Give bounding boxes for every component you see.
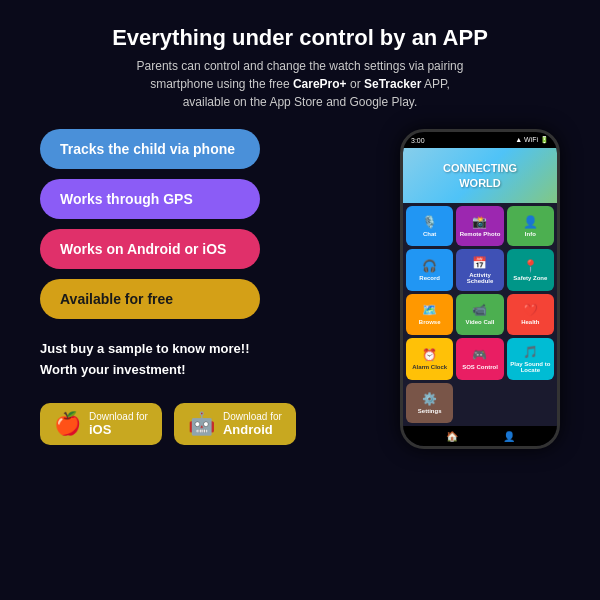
- alarm-icon: ⏰: [422, 348, 437, 362]
- tile-safety-zone[interactable]: 📍 Safety Zone: [507, 249, 554, 291]
- tile-health[interactable]: ❤️ Health: [507, 294, 554, 334]
- status-time: 3:00: [411, 137, 425, 144]
- feature-badge-tracks: Tracks the child via phone: [40, 129, 260, 169]
- phone-mockup: 3:00 ▲ WiFi 🔋 CONNECTING WORLD 🎙️ Chat: [400, 129, 560, 449]
- settings-icon: ⚙️: [422, 392, 437, 406]
- tile-alarm[interactable]: ⏰ Alarm Clock: [406, 338, 453, 380]
- feature-badge-android-ios: Works on Android or iOS: [40, 229, 260, 269]
- tile-sos[interactable]: 🎮 SOS Control: [456, 338, 503, 380]
- camera-icon: 📸: [472, 215, 487, 229]
- tile-info[interactable]: 👤 Info: [507, 206, 554, 246]
- tile-schedule[interactable]: 📅 Activity Schedule: [456, 249, 503, 291]
- phone-screen: 3:00 ▲ WiFi 🔋 CONNECTING WORLD 🎙️ Chat: [403, 132, 557, 446]
- location-icon: 📍: [523, 259, 538, 273]
- android-btn-text: Download for Android: [223, 411, 282, 437]
- cta-text: Just buy a sample to know more!! Worth y…: [40, 339, 380, 381]
- tile-video-call[interactable]: 📹 Video Call: [456, 294, 503, 334]
- tile-settings[interactable]: ⚙️ Settings: [406, 383, 453, 423]
- tile-record[interactable]: 🎧 Record: [406, 249, 453, 291]
- download-ios-button[interactable]: 🍎 Download for iOS: [40, 403, 162, 445]
- app-grid: 🎙️ Chat 📸 Remote Photo 👤 Info 🎧 Record: [403, 203, 557, 426]
- phone-app-header: CONNECTING WORLD: [403, 148, 557, 203]
- calendar-icon: 📅: [472, 256, 487, 270]
- subtitle: Parents can control and change the watch…: [40, 57, 560, 111]
- brand1: CarePro+: [293, 77, 347, 91]
- brand2: SeTracker: [364, 77, 421, 91]
- health-icon: ❤️: [523, 303, 538, 317]
- user-icon: 👤: [523, 215, 538, 229]
- sos-icon: 🎮: [472, 348, 487, 362]
- main-container: Everything under control by an APP Paren…: [20, 15, 580, 585]
- status-bar: 3:00 ▲ WiFi 🔋: [403, 132, 557, 148]
- video-icon: 📹: [472, 303, 487, 317]
- android-icon: 🤖: [188, 411, 215, 437]
- sound-icon: 🎵: [523, 345, 538, 359]
- phone-bottom-nav: 🏠 👤: [403, 426, 557, 446]
- browse-icon: 🗺️: [422, 303, 437, 317]
- profile-icon: 👤: [503, 431, 515, 442]
- download-android-button[interactable]: 🤖 Download for Android: [174, 403, 296, 445]
- home-icon: 🏠: [446, 431, 458, 442]
- apple-icon: 🍎: [54, 411, 81, 437]
- mic-icon: 🎧: [422, 259, 437, 273]
- left-panel: Tracks the child via phone Works through…: [40, 129, 380, 449]
- tile-browse[interactable]: 🗺️ Browse: [406, 294, 453, 334]
- tile-play-sound[interactable]: 🎵 Play Sound to Locate: [507, 338, 554, 380]
- subtitle-text: Parents can control and change the watch…: [137, 59, 464, 109]
- download-buttons: 🍎 Download for iOS 🤖 Download for Androi…: [40, 403, 380, 445]
- feature-badge-free: Available for free: [40, 279, 260, 319]
- ios-btn-text: Download for iOS: [89, 411, 148, 437]
- chat-icon: 🎙️: [422, 215, 437, 229]
- content-section: Tracks the child via phone Works through…: [40, 129, 560, 449]
- app-title: CONNECTING WORLD: [443, 161, 517, 190]
- tile-chat[interactable]: 🎙️ Chat: [406, 206, 453, 246]
- feature-badge-gps: Works through GPS: [40, 179, 260, 219]
- tile-remote-photo[interactable]: 📸 Remote Photo: [456, 206, 503, 246]
- header-section: Everything under control by an APP Paren…: [40, 25, 560, 111]
- main-title: Everything under control by an APP: [40, 25, 560, 51]
- status-icons: ▲ WiFi 🔋: [515, 136, 549, 144]
